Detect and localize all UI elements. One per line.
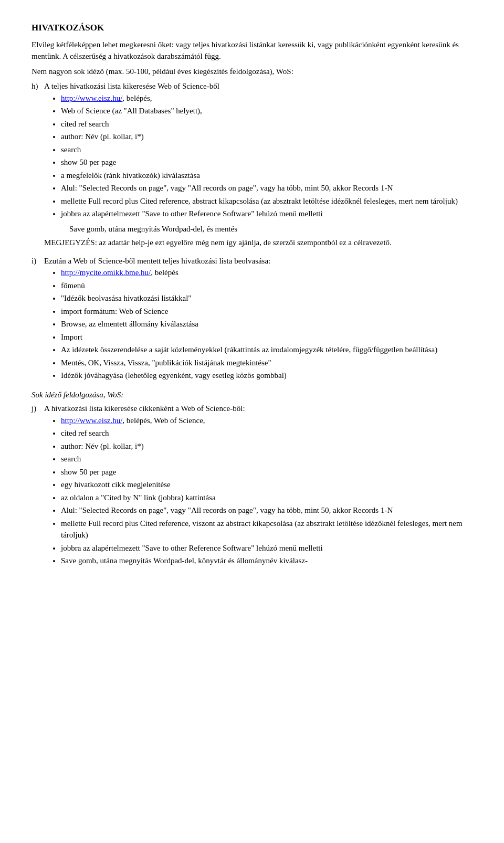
page-title: HIVATKOZÁSOK	[32, 21, 472, 35]
section-i-label: i)	[32, 255, 44, 385]
list-item: http://mycite.omikk.bme.hu/, belépés	[61, 267, 472, 279]
list-item: főmenü	[61, 280, 472, 292]
list-item: cited ref search	[61, 427, 472, 439]
list-item: egy hivatkozott cikk megjelenítése	[61, 479, 472, 491]
section-h: h) A teljes hivatkozási lista kikeresése…	[32, 80, 472, 252]
sok-idezok-label: Sok idéző feldolgozása, WoS:	[32, 389, 472, 401]
list-item: mellette Full record plus Cited referenc…	[61, 195, 472, 207]
list-item: a megfelelők (ránk hivatkozók) kiválaszt…	[61, 170, 472, 182]
intro-para2: Nem nagyon sok idéző (max. 50-100, példá…	[32, 66, 472, 78]
list-item: "Idézők beolvasása hivatkozási listákkal…	[61, 292, 472, 304]
eisz-link-1[interactable]: http://www.eisz.hu/	[61, 94, 122, 102]
section-h-note: MEGJEGYZÉS: az adattár help-je ezt egyel…	[44, 237, 472, 249]
section-j-text: A hivatkozási lista kikeresése cikkenkén…	[44, 404, 245, 413]
list-item: author: Név (pl. kollar, i*)	[61, 440, 472, 452]
intro-para1: Elvileg kétféleképpen lehet megkeresni ő…	[32, 39, 472, 62]
list-item: http://www.eisz.hu/, belépés,	[61, 92, 472, 104]
section-h-label: h)	[32, 80, 44, 252]
list-item: jobbra az alapértelmezett "Save to other…	[61, 208, 472, 220]
section-i: i) Ezután a Web of Science-ből mentett t…	[32, 255, 472, 385]
list-item: http://www.eisz.hu/, belépés, Web of Sci…	[61, 415, 472, 427]
list-item: Save gomb, utána megnyitás Wordpad-del, …	[61, 555, 472, 567]
eisz-link-2[interactable]: http://www.eisz.hu/	[61, 416, 122, 425]
save-note: Save gomb, utána megnyitás Wordpad-del, …	[69, 223, 472, 235]
list-item: Az idézetek összerendelése a saját közle…	[61, 344, 472, 356]
list-item: search	[61, 144, 472, 156]
section-i-list: http://mycite.omikk.bme.hu/, belépés főm…	[61, 267, 472, 382]
section-j: j) A hivatkozási lista kikeresése cikken…	[32, 403, 472, 570]
list-item: Alul: "Selected Records on page", vagy "…	[61, 182, 472, 194]
list-item: cited ref search	[61, 118, 472, 130]
list-item: show 50 per page	[61, 156, 472, 168]
list-item: show 50 per page	[61, 466, 472, 478]
list-item: Web of Science (az "All Databases" helye…	[61, 105, 472, 117]
section-i-text: Ezután a Web of Science-ből mentett telj…	[44, 257, 270, 265]
list-item: Mentés, OK, Vissza, Vissza, "publikációk…	[61, 357, 472, 369]
list-item: az oldalon a "Cited by N" link (jobbra) …	[61, 492, 472, 504]
list-item: search	[61, 453, 472, 465]
mycite-link[interactable]: http://mycite.omikk.bme.hu/	[61, 268, 151, 277]
list-item: mellette Full record plus Cited referenc…	[61, 518, 472, 541]
list-item: Import	[61, 331, 472, 343]
list-item: jobbra az alapértelmezett "Save to other…	[61, 542, 472, 554]
section-j-label: j)	[32, 403, 44, 570]
list-item: Idézők jóváhagyása (lehetőleg egyenként,…	[61, 370, 472, 382]
section-j-list: http://www.eisz.hu/, belépés, Web of Sci…	[61, 415, 472, 567]
list-item: Browse, az elmentett állomány kiválasztá…	[61, 318, 472, 330]
section-h-list: http://www.eisz.hu/, belépés, Web of Sci…	[61, 92, 472, 220]
list-item: author: Név (pl. kollar, i*)	[61, 131, 472, 143]
list-item: import formátum: Web of Science	[61, 305, 472, 318]
section-h-text: A teljes hivatkozási lista kikeresése We…	[44, 82, 219, 90]
list-item: Alul: "Selected Records on page", vagy "…	[61, 504, 472, 517]
